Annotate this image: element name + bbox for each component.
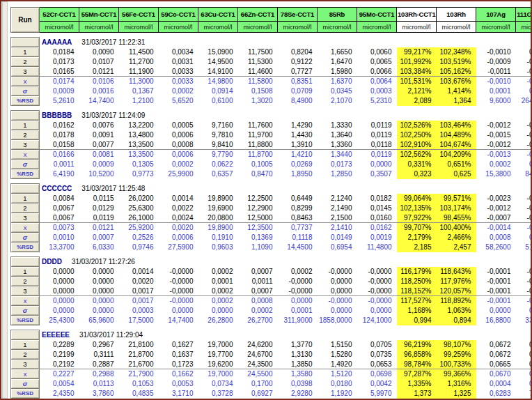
cell: 264,4000 [516,96,532,106]
cell: 0,0000 [159,306,198,316]
row-label-button[interactable]: 2 [11,350,40,360]
group-name: EEEEEE [42,331,70,339]
row-label-button[interactable]: σ [11,379,40,389]
cell: 0,8299 [278,203,318,213]
cell: 0,0001 [198,277,238,286]
cell: 9,8410 [198,140,238,150]
cell: 0,0165 [40,67,79,77]
column-header[interactable]: 103Rh-CCT1 [397,8,437,22]
row-label-button[interactable]: 3 [11,360,40,369]
column-header[interactable]: 59Co-CCT1 [159,8,198,22]
row-label-button[interactable]: 1 [11,47,40,57]
row-label-button[interactable]: %RSD [11,169,40,179]
row-label-button[interactable]: 3 [11,67,40,77]
cell: 0,0008 [159,140,198,150]
cell: 0,7737 [278,223,318,233]
row-label-button[interactable]: x [11,296,40,306]
cell: 0,0672 [476,340,516,350]
cell: 0,0000 [278,296,318,306]
column-header[interactable]: 107Ag [476,8,516,22]
cell: 1,6650 [318,47,357,57]
row-label-button[interactable]: x [11,369,40,379]
column-header[interactable]: 63Cu-CCT1 [198,8,238,22]
row-label-button[interactable] [11,111,40,121]
cell: 2,089 [397,96,437,106]
row-label-button[interactable]: %RSD [11,96,40,106]
cell: 102,562% [397,150,437,160]
row-label-button[interactable] [11,257,40,267]
column-header[interactable]: 85Rb [318,8,357,22]
cell: 0,1723 [159,360,198,369]
cell: 1,316% [437,379,476,389]
cell: 20,0800 [198,213,238,223]
cell: 2,1500 [318,213,357,223]
row-label-button[interactable]: σ [11,160,40,169]
cell: 97,287% [397,369,437,379]
cell: 99,259% [437,350,476,360]
run-column-header[interactable]: Run [11,8,40,33]
row-label-button[interactable]: 3 [11,213,40,223]
table-row: 20,01730,010711,27000,003114,950011,5300… [11,57,532,67]
cell: 0,0006 [159,130,198,140]
cell: 0,0011 [238,277,278,286]
row-label-button[interactable]: 1 [11,194,40,203]
cell: -0,0009 [476,57,516,67]
cell: -0,0000 [516,296,532,306]
column-header[interactable]: 52Cr-CCT1 [40,8,79,22]
row-label-button[interactable] [11,330,40,340]
cell: -0,0023 [476,194,516,203]
cell: 0,6927 [238,389,278,399]
column-header[interactable]: 103Rh [437,8,476,22]
cell: 1,3580 [278,369,318,379]
cell: 0,0084 [40,194,79,203]
cell: 84,6300 [516,169,532,179]
cell: 25,9900 [159,169,198,179]
row-label-button[interactable]: 3 [11,286,40,296]
row-label-button[interactable]: 1 [11,121,40,130]
row-label-button[interactable]: %RSD [11,243,40,252]
row-label-button[interactable]: σ [11,86,40,96]
row-label-button[interactable]: 1 [11,267,40,277]
row-label-button[interactable] [11,184,40,194]
cell: 0,0160 [357,213,397,223]
row-label-button[interactable]: σ [11,306,40,316]
row-label-button[interactable]: 2 [11,57,40,67]
row-label-button[interactable]: 2 [11,277,40,286]
row-label-button[interactable]: x [11,77,40,86]
column-header[interactable]: 56Fe-CCT1 [119,8,159,22]
cell: 19,7000 [198,369,238,379]
cell: 0,1066 [516,340,532,350]
column-header[interactable]: 95Mo-CCT1 [357,8,397,22]
cell: 0,0011 [40,160,79,169]
column-header[interactable]: 111Cd-CCT1 [516,8,532,22]
cell: -0,0003 [516,57,532,67]
cell: 1,335% [397,379,437,389]
row-label-button[interactable]: σ [11,233,40,243]
column-header[interactable]: 78Se-CCT1 [278,8,318,22]
row-label-button[interactable]: 2 [11,130,40,140]
table-row: 30,00000,00000,0017-0,00000,00020,0007-0… [11,286,532,296]
column-header[interactable]: 66Zn-CCT1 [238,8,278,22]
row-label-button[interactable]: %RSD [11,389,40,399]
cell: 104,209% [437,150,476,160]
cell: 0,0020 [119,277,159,286]
cell: 0,323 [397,169,437,179]
cell: -0,0005 [516,121,532,130]
column-header[interactable]: 55Mn-CCT1 [79,8,119,22]
cell: 0,0166 [40,150,79,160]
row-label-button[interactable]: 1 [11,340,40,350]
cell: 19,6900 [198,203,238,213]
row-label-button[interactable]: 2 [11,203,40,213]
row-label-button[interactable]: %RSD [11,316,40,325]
cell: 0,1053 [119,379,159,389]
spacer-row [11,325,532,330]
cell: 103,384% [397,67,437,77]
row-label-button[interactable]: x [11,223,40,233]
row-label-button[interactable]: 3 [11,140,40,150]
cell: 0,0269 [278,160,318,169]
row-label-button[interactable] [11,38,40,47]
unit-label: micromol/l [397,22,437,33]
cell: 118,892% [437,296,476,306]
row-label-button[interactable]: x [11,150,40,160]
cell: 2,1490 [318,203,357,213]
